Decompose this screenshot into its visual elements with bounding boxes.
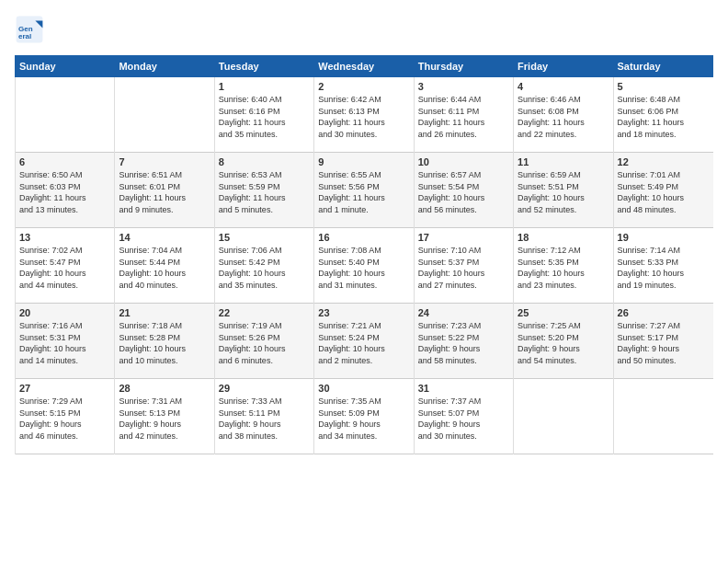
day-info: Sunrise: 6:53 AM Sunset: 5:59 PM Dayligh… [219,169,310,215]
calendar-cell: 11Sunrise: 6:59 AM Sunset: 5:51 PM Dayli… [514,153,613,228]
day-number: 19 [618,232,710,243]
calendar-table: SundayMondayTuesdayWednesdayThursdayFrid… [15,55,713,454]
day-number: 29 [219,383,310,394]
day-header-monday: Monday [115,56,214,77]
day-number: 14 [119,232,210,243]
day-header-saturday: Saturday [613,56,712,77]
week-row-2: 6Sunrise: 6:50 AM Sunset: 6:03 PM Daylig… [16,153,713,228]
calendar-cell: 7Sunrise: 6:51 AM Sunset: 6:01 PM Daylig… [115,153,214,228]
calendar-cell: 5Sunrise: 6:48 AM Sunset: 6:06 PM Daylig… [613,77,712,153]
day-number: 6 [19,156,110,167]
day-info: Sunrise: 7:10 AM Sunset: 5:37 PM Dayligh… [418,245,509,291]
day-info: Sunrise: 7:29 AM Sunset: 5:15 PM Dayligh… [19,396,110,442]
day-number: 10 [418,156,509,167]
day-info: Sunrise: 6:57 AM Sunset: 5:54 PM Dayligh… [418,169,509,215]
calendar-cell: 10Sunrise: 6:57 AM Sunset: 5:54 PM Dayli… [414,153,513,228]
calendar-cell: 25Sunrise: 7:25 AM Sunset: 5:20 PM Dayli… [514,304,613,379]
calendar-cell: 24Sunrise: 7:23 AM Sunset: 5:22 PM Dayli… [414,304,513,379]
day-info: Sunrise: 6:51 AM Sunset: 6:01 PM Dayligh… [119,169,210,215]
day-number: 24 [418,307,509,318]
calendar-cell: 4Sunrise: 6:46 AM Sunset: 6:08 PM Daylig… [514,77,613,153]
day-number: 3 [418,81,509,92]
svg-text:eral: eral [18,32,31,40]
day-info: Sunrise: 7:04 AM Sunset: 5:44 PM Dayligh… [119,245,210,291]
calendar-cell: 15Sunrise: 7:06 AM Sunset: 5:42 PM Dayli… [214,228,313,304]
day-info: Sunrise: 7:06 AM Sunset: 5:42 PM Dayligh… [219,245,310,291]
calendar-cell: 31Sunrise: 7:37 AM Sunset: 5:07 PM Dayli… [414,379,513,454]
day-number: 22 [219,307,310,318]
day-number: 2 [318,81,409,92]
day-info: Sunrise: 7:21 AM Sunset: 5:24 PM Dayligh… [318,320,409,366]
calendar-cell [613,379,712,454]
day-info: Sunrise: 7:25 AM Sunset: 5:20 PM Dayligh… [518,320,609,366]
calendar-cell: 13Sunrise: 7:02 AM Sunset: 5:47 PM Dayli… [16,228,115,304]
day-info: Sunrise: 6:55 AM Sunset: 5:56 PM Dayligh… [318,169,409,215]
day-info: Sunrise: 6:48 AM Sunset: 6:06 PM Dayligh… [618,94,710,140]
calendar-cell: 22Sunrise: 7:19 AM Sunset: 5:26 PM Dayli… [214,304,313,379]
day-number: 28 [119,383,210,394]
calendar-cell: 8Sunrise: 6:53 AM Sunset: 5:59 PM Daylig… [214,153,313,228]
day-info: Sunrise: 6:40 AM Sunset: 6:16 PM Dayligh… [219,94,310,140]
calendar-cell: 18Sunrise: 7:12 AM Sunset: 5:35 PM Dayli… [514,228,613,304]
day-header-friday: Friday [514,56,613,77]
day-number: 5 [618,81,710,92]
calendar-cell: 3Sunrise: 6:44 AM Sunset: 6:11 PM Daylig… [414,77,513,153]
day-info: Sunrise: 7:23 AM Sunset: 5:22 PM Dayligh… [418,320,509,366]
day-info: Sunrise: 6:46 AM Sunset: 6:08 PM Dayligh… [518,94,609,140]
page-header: Gen eral [15,15,713,44]
calendar-cell: 28Sunrise: 7:31 AM Sunset: 5:13 PM Dayli… [115,379,214,454]
day-number: 31 [418,383,509,394]
day-number: 20 [19,307,110,318]
day-number: 16 [318,232,409,243]
day-info: Sunrise: 6:59 AM Sunset: 5:51 PM Dayligh… [518,169,609,215]
day-info: Sunrise: 7:08 AM Sunset: 5:40 PM Dayligh… [318,245,409,291]
day-number: 13 [19,232,110,243]
calendar-cell [16,77,115,153]
day-number: 15 [219,232,310,243]
day-info: Sunrise: 7:27 AM Sunset: 5:17 PM Dayligh… [618,320,710,366]
calendar-cell [115,77,214,153]
calendar-cell: 9Sunrise: 6:55 AM Sunset: 5:56 PM Daylig… [314,153,414,228]
week-row-5: 27Sunrise: 7:29 AM Sunset: 5:15 PM Dayli… [16,379,713,454]
calendar-cell: 21Sunrise: 7:18 AM Sunset: 5:28 PM Dayli… [115,304,214,379]
day-info: Sunrise: 7:16 AM Sunset: 5:31 PM Dayligh… [19,320,110,366]
calendar-cell: 30Sunrise: 7:35 AM Sunset: 5:09 PM Dayli… [314,379,414,454]
calendar-cell: 26Sunrise: 7:27 AM Sunset: 5:17 PM Dayli… [613,304,712,379]
day-header-thursday: Thursday [414,56,513,77]
calendar-cell: 6Sunrise: 6:50 AM Sunset: 6:03 PM Daylig… [16,153,115,228]
day-info: Sunrise: 6:44 AM Sunset: 6:11 PM Dayligh… [418,94,509,140]
calendar-cell: 17Sunrise: 7:10 AM Sunset: 5:37 PM Dayli… [414,228,513,304]
calendar-cell: 14Sunrise: 7:04 AM Sunset: 5:44 PM Dayli… [115,228,214,304]
day-header-sunday: Sunday [16,56,115,77]
svg-text:Gen: Gen [18,25,33,33]
calendar-cell: 1Sunrise: 6:40 AM Sunset: 6:16 PM Daylig… [214,77,313,153]
calendar-cell [514,379,613,454]
day-info: Sunrise: 7:12 AM Sunset: 5:35 PM Dayligh… [518,245,609,291]
day-number: 8 [219,156,310,167]
day-info: Sunrise: 7:33 AM Sunset: 5:11 PM Dayligh… [219,396,310,442]
header-row: SundayMondayTuesdayWednesdayThursdayFrid… [16,56,713,77]
day-info: Sunrise: 7:31 AM Sunset: 5:13 PM Dayligh… [119,396,210,442]
day-number: 12 [618,156,710,167]
day-number: 23 [318,307,409,318]
calendar-cell: 2Sunrise: 6:42 AM Sunset: 6:13 PM Daylig… [314,77,414,153]
week-row-3: 13Sunrise: 7:02 AM Sunset: 5:47 PM Dayli… [16,228,713,304]
day-info: Sunrise: 7:19 AM Sunset: 5:26 PM Dayligh… [219,320,310,366]
calendar-cell: 27Sunrise: 7:29 AM Sunset: 5:15 PM Dayli… [16,379,115,454]
day-header-tuesday: Tuesday [214,56,313,77]
day-number: 25 [518,307,609,318]
calendar-cell: 19Sunrise: 7:14 AM Sunset: 5:33 PM Dayli… [613,228,712,304]
day-number: 1 [219,81,310,92]
day-number: 26 [618,307,710,318]
day-number: 17 [418,232,509,243]
day-info: Sunrise: 7:14 AM Sunset: 5:33 PM Dayligh… [618,245,710,291]
day-number: 7 [119,156,210,167]
day-number: 27 [19,383,110,394]
day-header-wednesday: Wednesday [314,56,414,77]
day-number: 11 [518,156,609,167]
week-row-1: 1Sunrise: 6:40 AM Sunset: 6:16 PM Daylig… [16,77,713,153]
calendar-cell: 20Sunrise: 7:16 AM Sunset: 5:31 PM Dayli… [16,304,115,379]
day-info: Sunrise: 7:18 AM Sunset: 5:28 PM Dayligh… [119,320,210,366]
logo: Gen eral [15,15,48,44]
day-info: Sunrise: 7:35 AM Sunset: 5:09 PM Dayligh… [318,396,409,442]
